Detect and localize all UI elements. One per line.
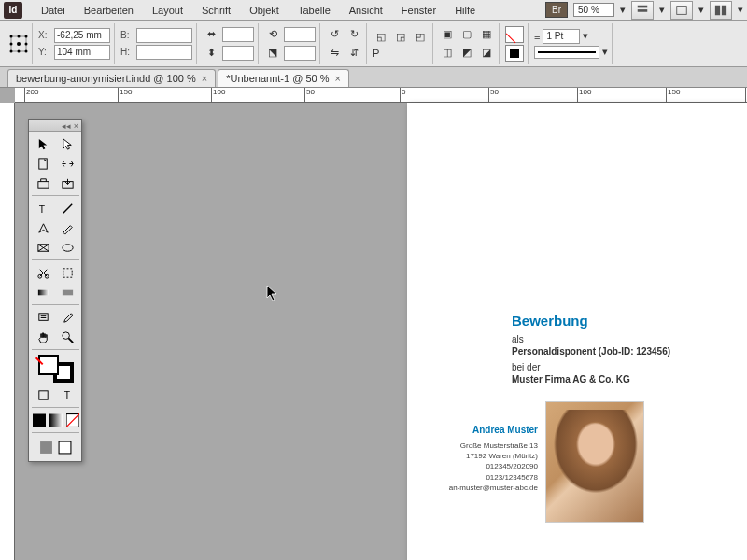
formatting-text-icon[interactable]: T [56,385,79,404]
collapse-icon[interactable]: ◂◂ [62,121,71,131]
center-content-icon[interactable]: ▦ [478,26,495,43]
svg-rect-28 [63,289,73,295]
menu-layout[interactable]: Layout [143,2,192,19]
ruler-tick: 100 [577,88,591,103]
toolbox-header[interactable]: ◂◂× [29,120,81,132]
scale-x-input[interactable] [222,27,254,42]
fill-prop-icon[interactable]: ◩ [458,45,475,62]
selection-tool[interactable] [32,134,55,153]
canvas[interactable]: Bewerbung als Personaldisponent (Job-ID:… [15,103,747,560]
auto-fit-icon[interactable]: ◪ [478,45,495,62]
horizontal-ruler[interactable]: 200 150 100 50 0 50 100 150 200 [15,88,747,103]
chevron-down-icon[interactable]: ▾ [698,4,704,16]
shear-icon[interactable]: ⬔ [264,45,281,62]
stroke-swatch[interactable] [505,45,524,62]
w-input[interactable] [136,28,192,43]
free-transform-tool[interactable] [56,263,79,282]
line-tool[interactable] [56,199,79,217]
menu-hilfe[interactable]: Hilfe [445,2,485,19]
menu-datei[interactable]: Datei [32,2,75,19]
view-options-icon[interactable] [631,1,654,20]
menu-objekt[interactable]: Objekt [240,2,289,19]
svg-point-8 [25,35,28,37]
rotate-cw-icon[interactable]: ↻ [345,26,362,43]
fit-content-icon[interactable]: ▣ [439,26,456,43]
document-page[interactable]: Bewerbung als Personaldisponent (Job-ID:… [407,103,747,560]
zoom-tool[interactable] [56,328,79,346]
direct-selection-tool[interactable] [56,134,79,153]
rectangle-tool[interactable] [56,238,79,257]
menu-ansicht[interactable]: Ansicht [340,2,392,19]
reference-point-icon[interactable] [9,25,28,63]
normal-view-icon[interactable] [38,438,55,456]
close-icon[interactable]: × [202,73,207,84]
apply-none-icon[interactable] [65,413,80,427]
fit-frame-icon[interactable]: ▢ [458,26,475,43]
vertical-ruler[interactable] [0,103,15,560]
content-collector-tool[interactable] [32,174,55,192]
applicant-email: an-muster@muster-abc.de [444,483,538,493]
fill-stroke-swatches[interactable] [32,353,79,385]
document-tabs: bewerbung-anonymisiert.indd @ 100 %× *Un… [0,67,747,88]
note-tool[interactable] [32,308,55,327]
preview-view-icon[interactable] [57,438,74,456]
fill-swatch[interactable] [505,26,524,43]
screen-mode-icon[interactable] [670,1,693,20]
select-container-icon[interactable]: ◱ [373,29,389,46]
type-tool[interactable]: T [32,199,55,217]
svg-rect-34 [39,390,48,399]
rotate-ccw-icon[interactable]: ↺ [326,26,343,43]
svg-rect-16 [38,181,49,188]
apply-gradient-icon[interactable] [49,413,63,427]
select-content-icon[interactable]: ◲ [392,29,409,46]
h-label: H: [120,47,134,57]
scale-x-icon[interactable]: ⬌ [203,26,219,43]
applicant-phone1: 012345/202090 [444,461,538,471]
tab-unbenannt[interactable]: *Unbenannt-1 @ 50 %× [218,69,349,87]
bridge-button[interactable]: Br [545,2,568,18]
menu-tabelle[interactable]: Tabelle [289,2,340,19]
gradient-swatch-tool[interactable] [32,283,55,301]
fit-prop-icon[interactable]: ◫ [439,45,456,62]
pen-tool[interactable] [32,218,55,237]
pencil-tool[interactable] [56,218,79,237]
h-input[interactable] [136,45,192,60]
rotate-icon[interactable]: ⟲ [264,26,281,43]
shear-input[interactable] [284,46,316,61]
content-placer-tool[interactable] [56,174,79,192]
menu-bearbeiten[interactable]: Bearbeiten [75,2,143,19]
page-tool[interactable] [32,154,55,173]
chevron-down-icon[interactable]: ▾ [602,46,608,58]
eyedropper-tool[interactable] [56,308,79,327]
y-input[interactable] [54,45,110,60]
stroke-weight-input[interactable] [543,29,580,44]
rectangle-frame-tool[interactable] [32,238,55,257]
scissors-tool[interactable] [32,263,55,282]
doc-as-label: als [512,334,524,344]
chevron-down-icon[interactable]: ▾ [738,4,743,16]
flip-v-icon[interactable]: ⇵ [345,45,362,62]
stroke-style-select[interactable] [534,46,599,59]
select-prev-icon[interactable]: ◰ [412,29,429,46]
formatting-container-icon[interactable] [32,385,55,404]
rotate-input[interactable] [284,27,316,42]
zoom-level[interactable]: 50 % [573,3,614,17]
hand-tool[interactable] [32,328,55,346]
chevron-down-icon[interactable]: ▾ [620,4,626,16]
fill-color-swatch[interactable] [38,355,59,375]
tab-bewerbung[interactable]: bewerbung-anonymisiert.indd @ 100 %× [7,69,216,87]
close-icon[interactable]: × [334,73,340,84]
flip-h-icon[interactable]: ⇋ [326,45,343,62]
scale-y-icon[interactable]: ⬍ [203,45,219,62]
gap-tool[interactable] [56,154,79,173]
chevron-down-icon[interactable]: ▾ [583,30,588,42]
apply-color-icon[interactable] [32,413,47,427]
menu-fenster[interactable]: Fenster [392,2,445,19]
scale-y-input[interactable] [222,46,254,61]
menu-schrift[interactable]: Schrift [192,2,240,19]
arrange-icon[interactable] [710,1,732,20]
gradient-feather-tool[interactable] [56,283,79,301]
close-icon[interactable]: × [74,121,78,131]
x-input[interactable] [54,28,110,43]
chevron-down-icon[interactable]: ▾ [659,4,665,16]
